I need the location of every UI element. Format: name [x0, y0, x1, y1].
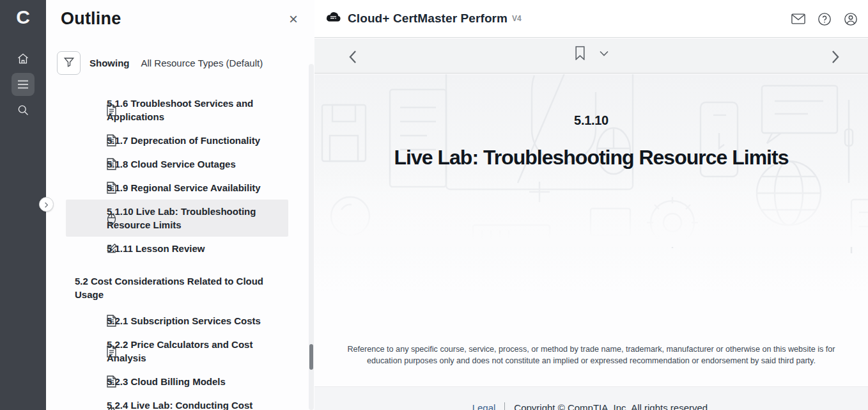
edit-icon — [107, 242, 117, 255]
main-content: Cloud+ CertMaster Perform V4 — [314, 0, 868, 410]
lesson-banner: 5.1.10 Live Lab: Troubleshooting Resourc… — [314, 74, 868, 387]
funnel-icon — [63, 56, 75, 70]
outline-item[interactable]: 5.1.9 Regional Service Availability — [66, 176, 288, 200]
lesson-title: Live Lab: Troubleshooting Resource Limit… — [314, 146, 868, 170]
pattern-fade — [314, 170, 868, 247]
outline-item-label: 5.2.3 Cloud Billing Models — [107, 375, 226, 388]
cloud-course-icon — [325, 11, 341, 26]
chevron-down-icon[interactable] — [600, 51, 608, 56]
outline-title: Outline — [61, 9, 121, 29]
document-icon — [107, 104, 117, 116]
comptia-logo: C — [0, 6, 46, 28]
mail-icon[interactable] — [791, 13, 805, 24]
outline-item-label: 5.2.4 Live Lab: Conducting Cost Analysis — [107, 398, 261, 410]
app-version: V4 — [512, 14, 522, 23]
menu-icon — [17, 80, 29, 89]
app-header: Cloud+ CertMaster Perform V4 — [314, 0, 868, 38]
next-lesson-button[interactable] — [828, 47, 842, 69]
chevron-right-icon — [43, 199, 49, 210]
app-window: C Outline × — [0, 0, 868, 410]
document-icon — [107, 182, 117, 194]
outline-item[interactable]: 5.1.6 Troubleshoot Services and Applicat… — [66, 91, 288, 129]
outline-section-label[interactable]: 5.2 Cost Considerations Related to Cloud… — [66, 269, 288, 306]
legal-link[interactable]: Legal — [472, 402, 496, 410]
profile-icon[interactable] — [844, 12, 858, 26]
outline-item-label: 5.1.9 Regional Service Availability — [107, 181, 261, 194]
mouse-icon — [107, 406, 117, 410]
copyright-text: Copyright © CompTIA, Inc. All rights res… — [514, 402, 710, 410]
document-icon — [107, 345, 117, 358]
outline-menu-button[interactable] — [12, 73, 35, 96]
outline-list: 5.1.6 Troubleshoot Services and Applicat… — [46, 75, 309, 410]
document-icon — [107, 134, 117, 147]
filter-value: All Resource Types (Default) — [141, 58, 263, 68]
outline-scrollbar[interactable] — [309, 64, 314, 410]
outline-item-label: 5.2.1 Subscription Services Costs — [107, 314, 261, 327]
home-icon — [17, 52, 29, 65]
outline-item[interactable]: 5.1.11 Lesson Review — [66, 237, 288, 260]
outline-panel: Outline × Showing All Resource Types (De… — [46, 0, 314, 410]
outline-item-label: 5.1.7 Deprecation of Functionality — [107, 134, 260, 147]
lesson-navbar — [314, 38, 868, 74]
page-footer: Legal Copyright © CompTIA, Inc. All righ… — [314, 387, 868, 410]
panel-expand-toggle[interactable] — [39, 197, 54, 212]
outline-item-label: 5.1.6 Troubleshoot Services and Applicat… — [107, 97, 261, 123]
bookmark-icon[interactable] — [575, 46, 585, 60]
search-button[interactable] — [12, 99, 35, 122]
outline-item-label: 5.1.10 Live Lab: Troubleshooting Resourc… — [107, 205, 261, 232]
search-icon — [17, 104, 29, 116]
outline-item[interactable]: 5.1.8 Cloud Service Outages — [66, 152, 288, 176]
outline-item[interactable]: 5.2.3 Cloud Billing Models — [66, 370, 288, 393]
document-icon — [107, 375, 117, 388]
filter-button[interactable] — [57, 51, 81, 75]
document-icon — [107, 158, 117, 171]
outline-scrollbar-thumb[interactable] — [309, 344, 313, 370]
lesson-number: 5.1.10 — [314, 113, 868, 128]
outline-item-label: 5.2.2 Price Calculators and Cost Analysi… — [107, 338, 261, 365]
filter-showing-label: Showing — [89, 58, 130, 68]
outline-item[interactable]: 5.1.10 Live Lab: Troubleshooting Resourc… — [66, 200, 288, 237]
outline-item-label: 5.1.8 Cloud Service Outages — [107, 157, 236, 171]
help-icon[interactable] — [818, 12, 832, 26]
mouse-icon — [107, 212, 117, 225]
outline-item[interactable]: 5.2.4 Live Lab: Conducting Cost Analysis — [66, 393, 288, 410]
disclaimer-text: Reference to any specific course, servic… — [342, 343, 841, 367]
app-title: Cloud+ CertMaster Perform — [348, 12, 508, 26]
outline-item-label: 5.1.11 Lesson Review — [107, 242, 205, 255]
outline-item[interactable]: 5.1.7 Deprecation of Functionality — [66, 129, 288, 152]
outline-item-label: 5.2 Cost Considerations Related to Cloud… — [75, 274, 264, 301]
outline-item[interactable]: 5.2.1 Subscription Services Costs — [66, 309, 288, 333]
footer-divider — [504, 402, 505, 410]
close-outline-button[interactable]: × — [285, 12, 302, 27]
document-icon — [107, 315, 117, 327]
outline-item[interactable]: 5.2.2 Price Calculators and Cost Analysi… — [66, 333, 288, 370]
home-button[interactable] — [12, 47, 35, 70]
